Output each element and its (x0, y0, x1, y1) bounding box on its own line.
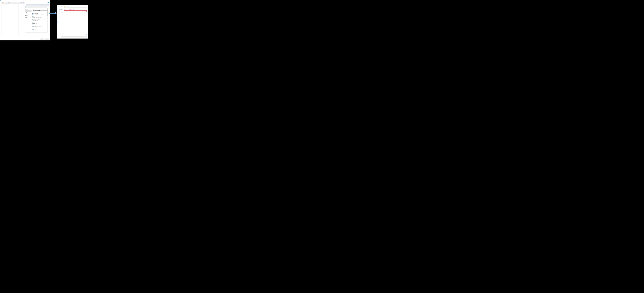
delete-command-button[interactable]: コマンドの削除 (9, 2, 16, 4)
main-area: [コマンド未設定] コマンドの選択： 画面遷移データベース入出力リストビュー制御… (0, 4, 50, 37)
indent-icon (21, 2, 22, 3)
dropdown-group-header: リストビュー (32, 27, 47, 28)
item-icon (32, 14, 33, 15)
item-icon (32, 24, 33, 25)
command-item-list: データベーステーブルデータの更新クエリーレコードの移動ストアドプロシージャーの呼… (32, 8, 47, 32)
list-button[interactable] (23, 2, 24, 4)
command-dropdown-panel: 画面遷移データベース入出力リストビュー制御フロー通知その他 データベーステーブル… (25, 6, 48, 32)
dropdown-item[interactable]: XExcelエクスポート（リストビュー） (32, 17, 47, 18)
item-icon (32, 13, 33, 14)
close-icon (48, 0, 49, 1)
list-icon (23, 2, 24, 3)
expand-tab[interactable]: ▶ (57, 21, 58, 23)
radio-update[interactable]: 更新 (63, 9, 67, 10)
category-item[interactable]: その他 (25, 18, 32, 20)
command-select-label: コマンドの選択： (20, 4, 26, 36)
item-icon: PDF (32, 20, 33, 21)
svg-rect-37 (32, 22, 32, 22)
chevron-up-icon (17, 2, 18, 3)
dropdown-scrollbar[interactable]: ▲ ▼ (47, 8, 48, 32)
svg-rect-5 (2, 2, 3, 3)
cancel-button[interactable]: キャンセル (45, 38, 49, 40)
svg-rect-43 (32, 26, 32, 26)
move-up-button[interactable] (16, 2, 18, 4)
category-item[interactable]: 画面遷移 (25, 8, 32, 10)
item-icon (32, 10, 33, 11)
target-table-label: 対象テーブル： (59, 11, 64, 12)
item-icon: X (32, 23, 33, 24)
delete-command-icon (9, 2, 10, 3)
item-label: Webブラウザー印刷 (33, 22, 39, 22)
command-select-combo[interactable] (26, 4, 48, 6)
indent-button[interactable] (20, 2, 22, 4)
item-label: 並べ替え (33, 29, 36, 30)
command-selected-combo[interactable]: テーブルデータの更新 (64, 6, 88, 8)
category-item[interactable]: データベース (25, 10, 32, 12)
transaction-enable-link[interactable]: トランザクション処理を有効にする (59, 34, 70, 36)
category-item[interactable]: 制御フロー (25, 15, 32, 16)
category-item[interactable]: 通知 (25, 16, 32, 18)
dropdown-item[interactable]: PDFPDFエクスポート (32, 20, 47, 21)
app-icon (0, 0, 2, 2)
svg-rect-28 (32, 15, 32, 15)
ok-button[interactable]: OK (40, 38, 44, 40)
svg-rect-36 (32, 22, 32, 22)
command-select-label-right: コマンドの選択： (58, 6, 64, 7)
item-label: クエリー (33, 12, 36, 12)
comment-input[interactable] (61, 36, 88, 38)
item-label: Excelインポート (33, 23, 38, 24)
help-button[interactable]: ? (48, 2, 48, 3)
new-command-button[interactable]: 新しいコマンド (2, 2, 8, 4)
dropdown-item[interactable]: テーブルデータの更新 (32, 10, 47, 11)
item-icon (32, 26, 33, 27)
radio-delete[interactable]: 削除 (71, 9, 74, 10)
scroll-down-icon[interactable]: ▼ (47, 32, 48, 32)
item-label: レポートのエクスポート (33, 24, 41, 25)
chevron-down-icon (19, 2, 20, 3)
scroll-thumb[interactable] (47, 9, 48, 16)
svg-point-24 (32, 12, 32, 12)
category-item[interactable]: リストビュー (25, 13, 32, 15)
svg-line-25 (32, 12, 33, 12)
dropdown-item[interactable]: CSVインポート／エクスポート (32, 26, 47, 27)
radio-add[interactable]: 追加 (67, 9, 70, 10)
item-label: テーブルデータの更新 (33, 10, 40, 11)
category-item[interactable]: 入出力 (25, 12, 32, 13)
dropdown-search-input[interactable] (26, 6, 47, 8)
dropdown-item[interactable]: XExcelインポート (32, 23, 47, 24)
dropdown-item[interactable]: レコードの移動 (32, 13, 47, 14)
item-icon: X (32, 19, 33, 20)
item-label: レコードの移動 (33, 13, 38, 14)
dropdown-item[interactable]: クエリー (32, 11, 47, 13)
dropdown-item[interactable]: AZ並べ替え (32, 28, 47, 30)
new-command-label: 新しいコマンド (3, 2, 8, 3)
dropdown-item[interactable]: ストアドプロシージャーの呼び出し (32, 14, 47, 16)
options-box: 処理の種類： 更新 追加 削除 対象テーブル： テーブル1 (58, 8, 88, 36)
dropdown-item[interactable]: Webブラウザー印刷 (32, 21, 47, 23)
titlebar: コマンド (0, 0, 50, 2)
update-table-icon (64, 6, 65, 7)
svg-point-19 (46, 7, 47, 7)
item-label: ストアドプロシージャーの呼び出し (33, 14, 44, 15)
dialog-title: コマンド (2, 0, 4, 2)
new-command-icon (2, 2, 3, 3)
item-icon (32, 12, 33, 12)
close-button[interactable] (48, 0, 50, 2)
dropdown-item[interactable]: レポートのエクスポート (32, 24, 47, 26)
help-icon[interactable]: ? (86, 34, 87, 36)
item-label: PDFエクスポート (33, 20, 39, 21)
target-table-value: テーブル1 (64, 11, 68, 12)
move-down-button[interactable] (18, 2, 20, 4)
target-table-select[interactable]: テーブル1 (64, 10, 87, 12)
search-icon (46, 6, 47, 7)
dropdown-item[interactable]: XExcelエクスポート（ページ） (32, 18, 47, 20)
svg-rect-1 (0, 0, 1, 1)
dropdown-group-header: データベース (32, 8, 47, 10)
item-label: Excelエクスポート（リストビュー） (33, 17, 44, 18)
dropdown-group-header: 入出力 (32, 16, 47, 17)
command-selected-value: テーブルデータの更新 (66, 6, 72, 7)
svg-rect-22 (32, 10, 33, 10)
svg-text:PDF: PDF (32, 20, 33, 21)
comment-label: コメント (58, 36, 61, 38)
item-label: CSVインポート／エクスポート (33, 26, 43, 27)
